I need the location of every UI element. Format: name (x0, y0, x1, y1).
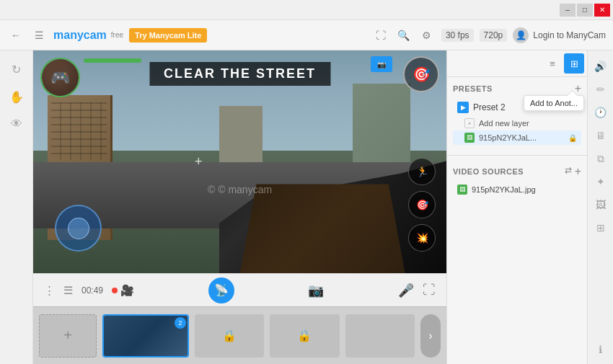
preset-icon: ▶ (457, 102, 469, 113)
tooltip: Add to Anot... (524, 95, 584, 111)
panel-icon-2[interactable]: ⊞ (564, 53, 584, 74)
game-scene: Clear THE STREET 🎮 🎯 📷 © © manycam 🏃 🎯 (33, 50, 446, 273)
add-layer-item[interactable]: + Add new layer (453, 116, 581, 130)
preset-name: Preset 2 (473, 102, 506, 112)
more-options-icon[interactable]: ⋮ (44, 284, 55, 297)
presets-title: PRESETS (453, 84, 493, 93)
hands-overlay (240, 184, 405, 273)
presets-section: PRESETS + ▶ Preset 2 + Add new layer 🖼 9… (447, 77, 587, 151)
watermark-text: © manycam (218, 184, 272, 195)
far-icon-grid[interactable]: ⊞ (591, 218, 611, 238)
layer-item[interactable]: 🖼 915pN2YKJaL... 🔒 (453, 130, 581, 145)
add-scene-label: + (63, 327, 72, 344)
zoom-icon[interactable]: 🔍 (395, 27, 413, 44)
resolution-display: 720p (480, 29, 508, 42)
controls-bar: ⋮ ☰ 00:49 🎥 📡 📷 🎤 ⛶ (33, 273, 446, 306)
login-area[interactable]: 👤 Login to ManyCam (513, 27, 606, 43)
brand-name: manycam (53, 29, 107, 42)
far-icon-brush[interactable]: ✏ (591, 79, 611, 99)
crosshair (191, 155, 206, 169)
sidebar-eye-icon[interactable]: 👁 (5, 112, 28, 136)
back-icon[interactable]: ← (7, 27, 25, 44)
time-display: 00:49 (81, 285, 103, 296)
add-layer-label: Add new layer (479, 119, 577, 128)
close-button[interactable]: ✕ (594, 4, 610, 17)
layer-img-icon: 🖼 (464, 133, 475, 143)
lock-placeholder-1: 🔒 (195, 314, 264, 358)
source-name: 915pN2YKJaL.jpg (472, 185, 536, 194)
menu-icon[interactable]: ☰ (30, 27, 48, 44)
mic-icon[interactable]: 🎤 (398, 283, 414, 298)
login-label: Login to ManyCam (533, 30, 606, 40)
screenshot-button[interactable]: 📷 (308, 283, 324, 298)
scenes-list-icon[interactable]: ☰ (63, 284, 73, 297)
divider (447, 155, 587, 156)
try-button[interactable]: Try Manycam Lite (129, 28, 207, 43)
scope-overlay: 🎯 (403, 56, 439, 92)
free-label: free (111, 31, 123, 39)
user-avatar: 👤 (513, 27, 529, 43)
health-bar (84, 58, 141, 63)
settings-icon[interactable]: ⚙ (418, 27, 436, 44)
sources-adjust-button[interactable]: ⇄ (565, 166, 572, 177)
scene-thumbnail[interactable]: 2 (102, 314, 189, 358)
video-sources-section: VIDEO SOURCES ⇄ + 🖼 915pN2YKJaL.jpg (447, 160, 587, 203)
joystick-inner (68, 218, 89, 239)
restore-button[interactable]: □ (577, 4, 593, 17)
watermark: © © manycam (208, 184, 272, 195)
action-aim-btn[interactable]: 🎯 (408, 191, 436, 218)
lock-placeholder-2: 🔒 (270, 314, 339, 358)
far-icon-layers[interactable]: ⧉ (591, 148, 611, 169)
minimize-button[interactable]: – (560, 4, 575, 17)
left-sidebar: ↻ ✋ 👁 (0, 50, 33, 364)
rec-dot (112, 288, 118, 293)
panel-icon-1[interactable]: ≡ (542, 53, 563, 74)
far-icon-image[interactable]: 🖼 (591, 195, 611, 215)
sidebar-rotate-icon[interactable]: ↻ (5, 58, 28, 81)
camera-record-icon[interactable]: 🎥 (120, 284, 134, 297)
hud-avatar-inner: 🎮 (42, 59, 79, 96)
layer-lock-icon: 🔒 (568, 134, 577, 142)
right-panel: Add to Anot... ≡ ⊞ PRESETS + ▶ Preset 2 … (446, 50, 587, 364)
title-bar: – □ ✕ (0, 0, 613, 20)
center-area: Clear THE STREET 🎮 🎯 📷 © © manycam 🏃 🎯 (33, 50, 446, 364)
top-toolbar: ← ☰ manycam free Try Manycam Lite ⛶ 🔍 ⚙ … (0, 20, 613, 50)
layer-name: 915pN2YKJaL... (479, 133, 564, 142)
fps-display: 30 fps (441, 29, 474, 42)
fullscreen-icon[interactable]: ⛶ (423, 283, 436, 298)
next-scene-button[interactable]: › (420, 314, 441, 358)
far-icon-info[interactable]: ℹ (591, 339, 611, 360)
action-shoot-btn[interactable]: 💥 (408, 224, 436, 252)
add-scene-button[interactable]: + (39, 314, 97, 358)
thumbnail-strip: + 2 🔒 🔒 › (33, 306, 446, 364)
hud-avatar: 🎮 (40, 58, 80, 97)
main-content: ↻ ✋ 👁 Clear THE STREET (0, 50, 613, 364)
title-bar-controls: – □ ✕ (560, 4, 610, 17)
source-item[interactable]: 🖼 915pN2YKJaL.jpg (453, 182, 581, 197)
scene-badge: 2 (175, 317, 186, 329)
joystick[interactable] (55, 205, 102, 252)
live-button[interactable]: 📡 (208, 278, 234, 303)
camera-badge: 📷 (371, 56, 392, 72)
video-preview: Clear THE STREET 🎮 🎯 📷 © © manycam 🏃 🎯 (33, 50, 446, 273)
action-buttons: 🏃 🎯 💥 (408, 158, 436, 252)
action-run-btn[interactable]: 🏃 (408, 158, 436, 185)
far-icon-monitor[interactable]: 🖥 (591, 125, 611, 146)
far-icon-clock[interactable]: 🕐 (591, 102, 611, 123)
crop-icon[interactable]: ⛶ (372, 27, 389, 44)
right-top-icons: ≡ ⊞ (447, 50, 587, 77)
far-right-strip: 🔊 ✏ 🕐 🖥 ⧉ ✦ 🖼 ⊞ ℹ (587, 50, 613, 364)
sources-header: VIDEO SOURCES ⇄ + (453, 166, 581, 177)
lock-placeholder-3 (345, 314, 415, 358)
rec-indicator: 🎥 (112, 284, 134, 297)
logo-area: manycam free (53, 29, 123, 42)
hud-title: Clear THE STREET (149, 62, 330, 86)
sources-add-button[interactable]: + (575, 166, 581, 177)
far-icon-magic[interactable]: ✦ (591, 172, 611, 192)
presets-header: PRESETS + (453, 83, 581, 94)
sources-title: VIDEO SOURCES (453, 167, 524, 176)
source-icon: 🖼 (457, 185, 467, 195)
far-icon-volume[interactable]: 🔊 (591, 56, 611, 76)
sidebar-hand-icon[interactable]: ✋ (5, 85, 28, 108)
add-layer-icon: + (464, 118, 475, 128)
